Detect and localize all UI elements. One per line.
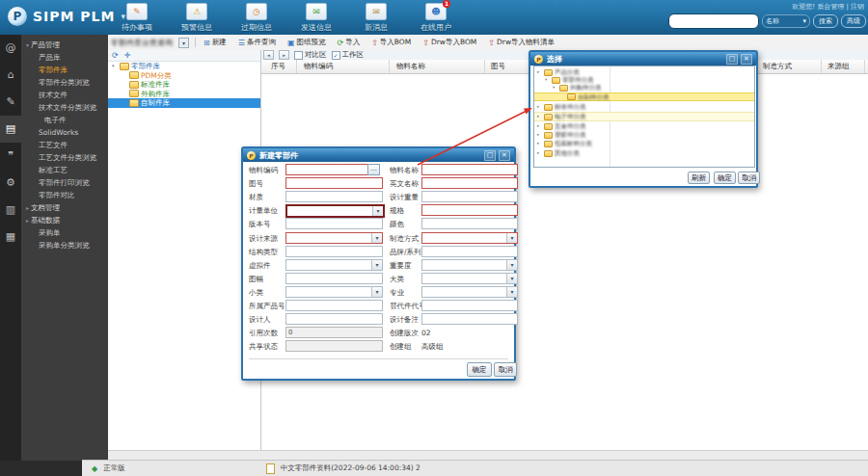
tree-item[interactable]: 标准件库 xyxy=(108,80,260,90)
category-combo-value[interactable]: 零部件库分类查询 xyxy=(111,38,173,48)
sidebar-item[interactable]: 零部件打印浏览 xyxy=(21,176,108,189)
tree-item-blurred[interactable]: ▸标准件分类 xyxy=(534,103,754,111)
import-button[interactable]: ⟳导入 xyxy=(335,37,362,48)
field-select[interactable]: ▾ xyxy=(285,204,385,218)
layers-icon[interactable]: ▤ xyxy=(0,116,21,143)
home-icon[interactable]: ⌂ xyxy=(0,62,21,89)
field-input[interactable] xyxy=(285,313,383,325)
dropdown-arrow-icon[interactable]: ▾ xyxy=(506,260,517,270)
sidebar-item[interactable]: 工艺文件 xyxy=(21,139,108,151)
tree-item-blurred[interactable]: ▸产品分类 xyxy=(534,68,754,76)
field-select[interactable]: ▾ xyxy=(421,259,518,271)
cancel-button[interactable]: 取消 xyxy=(494,362,517,377)
tree-item-blurred[interactable]: ▸塑胶件分类 xyxy=(534,131,754,139)
sidebar-item[interactable]: 技术文件分类浏览 xyxy=(21,101,108,114)
expand-arrow-icon[interactable]: ▾ xyxy=(553,84,557,92)
dropdown-arrow-icon[interactable]: ▾ xyxy=(506,287,517,297)
advanced-search-button[interactable]: 高级 xyxy=(841,14,866,28)
expand-arrow-icon[interactable]: ▸ xyxy=(537,122,542,130)
alert-info-icon[interactable]: ⚠ 预警信息 xyxy=(174,3,220,33)
table-header-cell[interactable]: 来源组 xyxy=(825,60,865,73)
field-select[interactable]: ▾ xyxy=(285,259,383,271)
checkbox-box[interactable]: ✓ xyxy=(332,51,340,60)
new-button[interactable]: ⊞新建 xyxy=(202,37,229,48)
field-input[interactable] xyxy=(285,191,383,202)
drw-import-bom-button[interactable]: ⇪Drw导入BOM xyxy=(420,37,478,48)
drw-import-list-button[interactable]: ⇪Drw导入物料清单 xyxy=(486,37,556,48)
welcome-text[interactable]: 欢迎您! 后台管理 | 注销 xyxy=(792,2,864,12)
expand-arrow-icon[interactable]: ▸ xyxy=(537,140,542,147)
tree-item[interactable]: ▾零部件库 xyxy=(108,62,260,71)
sidebar-item[interactable]: 工艺文件分类浏览 xyxy=(21,151,108,164)
dialog-title-bar[interactable]: P 选择 □ ✕ xyxy=(530,52,756,66)
tree-item-blurred[interactable]: ▾外购件分类 xyxy=(534,84,754,92)
sidebar-item[interactable]: ▸基础数据 xyxy=(21,214,108,226)
field-input[interactable] xyxy=(421,204,518,216)
app-logo[interactable]: P SIPM PLM ▾ xyxy=(8,7,125,26)
edit-icon[interactable]: ✎ xyxy=(0,89,21,116)
sidebar-item[interactable]: ▸文档管理 xyxy=(21,201,108,214)
dropdown-arrow-icon[interactable]: ▾ xyxy=(371,233,382,243)
search-input[interactable] xyxy=(668,13,759,29)
field-input[interactable] xyxy=(285,273,383,284)
query-button[interactable]: ☰条件查询 xyxy=(236,37,278,48)
field-input[interactable] xyxy=(285,246,383,257)
cancel-button[interactable]: 取消 xyxy=(738,172,760,184)
app-badge-icon[interactable]: @ xyxy=(0,35,21,62)
tree-item-blurred[interactable]: ▸其他分类 xyxy=(534,149,754,157)
new-message-icon[interactable]: ✉ 新消息 xyxy=(353,3,399,33)
field-select[interactable]: ▾ xyxy=(285,232,383,244)
expand-arrow-icon[interactable]: ▸ xyxy=(537,68,542,76)
tree-item[interactable]: 外购件库 xyxy=(108,90,260,99)
expand-arrow-icon[interactable]: ▸ xyxy=(537,103,542,111)
tree-item[interactable]: 自制件库 xyxy=(108,98,260,108)
field-input[interactable] xyxy=(421,313,518,325)
refresh-icon[interactable]: ⟳ xyxy=(112,51,119,60)
settings-gear-icon[interactable]: ⚙ xyxy=(0,170,21,197)
search-filter-dropdown[interactable]: 名称 ▾ xyxy=(762,14,810,28)
sidebar-item[interactable]: 产品库 xyxy=(21,51,108,64)
table-header-cell[interactable]: 物料编码 xyxy=(301,60,390,73)
refresh-button[interactable]: 刷新 xyxy=(688,172,710,184)
restore-icon[interactable]: □ xyxy=(726,54,738,65)
field-input[interactable] xyxy=(421,191,518,202)
field-input[interactable] xyxy=(285,164,368,175)
table-header-cell[interactable]: 序号 xyxy=(268,60,297,73)
chat-icon[interactable]: ❞ xyxy=(0,143,21,170)
field-input[interactable] xyxy=(421,246,518,257)
field-input[interactable] xyxy=(285,300,383,311)
dropdown-arrow-icon[interactable]: ▾ xyxy=(371,260,382,270)
sidebar-item[interactable]: SolidWorks xyxy=(21,126,108,139)
compare-checkbox[interactable]: 对比区 xyxy=(294,50,327,60)
browse-ellipsis-button[interactable]: … xyxy=(367,164,380,175)
checkbox-box[interactable] xyxy=(294,51,303,60)
drawing-preview-button[interactable]: ▣图纸预览 xyxy=(285,37,328,48)
sidebar-item[interactable]: 零部件对比 xyxy=(21,189,108,201)
sidebar-item[interactable]: ▾产品管理 xyxy=(21,39,108,51)
field-input[interactable] xyxy=(421,218,518,229)
todo-icon[interactable]: ✎ 待办事项 xyxy=(114,3,160,33)
sidebar-item[interactable]: 标准工艺 xyxy=(21,164,108,176)
dropdown-arrow-icon[interactable]: ▾ xyxy=(372,206,383,216)
field-input[interactable] xyxy=(285,177,383,189)
tree-item-blurred[interactable]: 自制件分类 xyxy=(534,93,754,101)
restore-icon[interactable]: □ xyxy=(484,150,496,161)
dropdown-arrow-icon[interactable]: ▾ xyxy=(506,233,517,243)
dialog-title-bar[interactable]: P 新建零部件 □ ✕ xyxy=(243,148,514,162)
nav-left-icon[interactable]: ◂ xyxy=(263,50,274,60)
tree-item-blurred[interactable]: ▾零部件分类 xyxy=(534,76,754,84)
expand-arrow-icon[interactable]: ▸ xyxy=(537,149,542,157)
table-header-cell[interactable]: 制造方式 xyxy=(760,60,822,73)
field-input[interactable] xyxy=(421,300,518,311)
dropdown-arrow-icon[interactable]: ▾ xyxy=(371,287,382,297)
sidebar-item[interactable]: 采购单分类浏览 xyxy=(21,239,108,251)
close-icon[interactable]: ✕ xyxy=(741,54,752,65)
expand-arrow-icon[interactable]: ▾ xyxy=(112,62,118,71)
search-button[interactable]: 搜索 xyxy=(813,14,838,28)
field-select[interactable]: ▾ xyxy=(421,273,518,284)
sidebar-item[interactable]: 采购单 xyxy=(21,226,108,239)
sidebar-item[interactable]: 技术文件 xyxy=(21,89,108,101)
import-bom-button[interactable]: ⇪导入BOM xyxy=(369,37,413,48)
tree-item-blurred[interactable]: ▸五金件分类 xyxy=(534,122,754,130)
expand-arrow-icon[interactable]: ▸ xyxy=(537,113,542,120)
